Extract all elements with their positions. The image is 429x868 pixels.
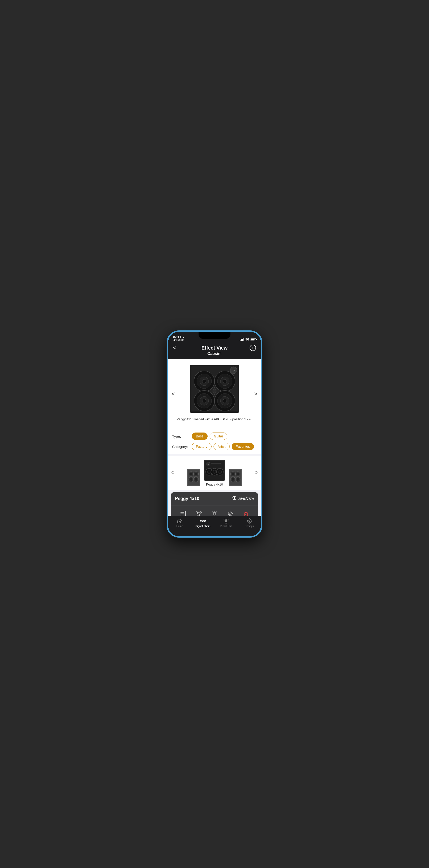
svg-point-29: [190, 478, 192, 480]
cpu-icon: [232, 496, 237, 502]
svg-point-7: [202, 379, 206, 383]
location-icon: ▲: [182, 336, 185, 339]
category-label: Category:: [172, 444, 189, 449]
main-content: < ✿: [168, 359, 261, 516]
category-filter-buttons: Factory Artist Favorites: [192, 443, 254, 450]
svg-point-75: [181, 514, 181, 514]
svg-point-100: [225, 521, 227, 523]
favorite-button[interactable]: [209, 508, 220, 516]
thumbnails-section: <: [168, 456, 261, 490]
cpu-label: 25%/75%: [238, 497, 254, 501]
thumb-prev-button[interactable]: <: [168, 467, 176, 478]
sync-button[interactable]: [225, 508, 236, 516]
svg-point-76: [181, 515, 181, 516]
svg-point-78: [200, 512, 202, 513]
nav-signal-chain-label: Signal Chain: [195, 525, 211, 528]
nav-item-home[interactable]: Home: [172, 518, 187, 528]
thumb-item-prev[interactable]: [186, 469, 201, 486]
bottom-nav: Home Signal Chain: [168, 516, 261, 536]
nav-top-row: < Effect View i: [173, 345, 256, 351]
notch: [198, 332, 231, 339]
svg-point-15: [202, 399, 206, 403]
delete-button[interactable]: [241, 508, 251, 516]
filter-section: Type: Bass Guitar Category: Factory Arti…: [168, 429, 261, 454]
type-filter-row: Type: Bass Guitar: [172, 433, 257, 440]
cab-image-container: ✿: [168, 363, 261, 414]
status-right: 5G: [240, 338, 256, 341]
battery-indicator: [251, 338, 256, 341]
panel-cpu: 25%/75%: [232, 496, 254, 502]
cab-prev-button[interactable]: <: [169, 388, 177, 400]
thumb-prev-image: [186, 469, 201, 486]
network-type: 5G: [245, 338, 249, 341]
thumb-item-next[interactable]: [228, 469, 243, 486]
status-left: 02:11 ▲ ◀ Testflight: [173, 335, 185, 341]
back-app-label: ◀ Testflight: [173, 339, 184, 341]
category-factory-button[interactable]: Factory: [192, 443, 212, 450]
svg-text:✿: ✿: [233, 369, 235, 372]
type-label: Type:: [172, 434, 189, 438]
svg-point-99: [226, 519, 228, 521]
svg-point-53: [232, 478, 234, 480]
nav-home-label: Home: [177, 525, 183, 528]
thumb-next-button[interactable]: >: [253, 467, 261, 478]
cab-next-button[interactable]: >: [252, 388, 260, 400]
battery-fill: [251, 339, 254, 340]
svg-point-52: [237, 473, 239, 475]
phone-screen: 02:11 ▲ ◀ Testflight 5G: [168, 332, 261, 536]
page-subtitle: Cabsim: [207, 351, 222, 356]
svg-point-77: [196, 512, 197, 513]
svg-point-19: [223, 399, 227, 403]
cab-main-image: ✿: [187, 363, 242, 414]
svg-rect-44: [211, 463, 221, 464]
svg-rect-56: [234, 497, 235, 499]
bottom-panel: Peggy 4x10: [171, 492, 258, 516]
category-artist-button[interactable]: Artist: [214, 443, 230, 450]
info-circle: i: [250, 345, 256, 351]
svg-point-30: [195, 478, 197, 480]
nav-item-preset-hub[interactable]: Preset Hub: [219, 518, 234, 528]
type-bass-button[interactable]: Bass: [192, 433, 208, 440]
svg-point-74: [181, 512, 181, 513]
bar3: [242, 339, 243, 341]
svg-point-90: [229, 513, 231, 515]
type-filter-buttons: Bass Guitar: [192, 433, 227, 440]
thumb-current-image: ✿: [204, 460, 225, 481]
nav-settings-label: Settings: [245, 525, 254, 528]
status-time: 02:11 ▲: [173, 335, 185, 339]
bar1: [240, 340, 241, 341]
thumbnails-row: ✿ Peggy 4x10: [168, 460, 261, 486]
signal-bars: [240, 338, 244, 341]
svg-point-51: [232, 473, 234, 475]
params-button[interactable]: [178, 508, 188, 516]
thumb-item-current[interactable]: ✿ Peggy 4x10: [204, 460, 225, 486]
time-display: 02:11: [173, 335, 181, 339]
svg-point-27: [190, 473, 192, 475]
page-title: Effect View: [202, 345, 227, 351]
edit-button[interactable]: [193, 508, 204, 516]
svg-point-38: [214, 471, 215, 472]
svg-point-104: [249, 520, 250, 522]
svg-point-54: [237, 478, 239, 480]
svg-text:✿: ✿: [207, 463, 209, 465]
nav-item-settings[interactable]: Settings: [242, 518, 257, 528]
bottom-panel-header: Peggy 4x10: [171, 492, 258, 505]
bar4: [243, 338, 244, 341]
category-favorites-button[interactable]: Favorites: [232, 443, 254, 450]
bar2: [241, 339, 242, 341]
svg-point-35: [208, 471, 210, 472]
cab-caption: Peggy 4x10 loaded with a AKG D12E - posi…: [168, 414, 261, 421]
svg-point-98: [224, 519, 226, 521]
svg-point-41: [219, 471, 221, 472]
svg-point-11: [223, 379, 227, 383]
type-guitar-button[interactable]: Guitar: [210, 433, 227, 440]
info-button[interactable]: i: [248, 345, 256, 351]
thumb-current-label: Peggy 4x10: [206, 483, 223, 486]
panel-title: Peggy 4x10: [175, 496, 199, 501]
svg-point-28: [195, 473, 197, 475]
thumb-next-image: [228, 469, 243, 486]
cab-section: < ✿: [168, 359, 261, 429]
phone-frame: 02:11 ▲ ◀ Testflight 5G: [166, 331, 263, 537]
nav-item-signal-chain[interactable]: Signal Chain: [195, 518, 211, 528]
back-button[interactable]: <: [173, 345, 181, 351]
